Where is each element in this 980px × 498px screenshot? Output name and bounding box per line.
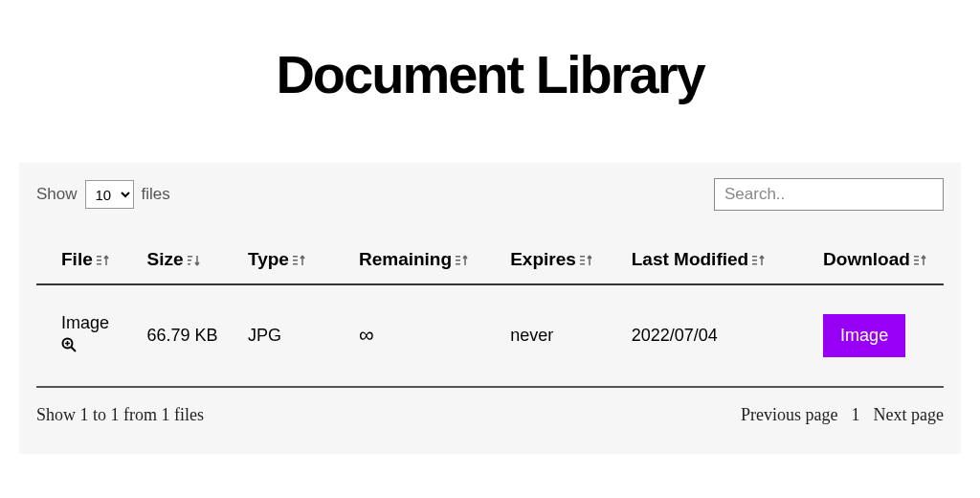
magnify-icon[interactable]: [61, 336, 77, 358]
svg-rect-13: [580, 260, 585, 261]
svg-rect-14: [580, 263, 585, 265]
sort-icon: [752, 254, 766, 267]
sort-icon: [456, 254, 469, 267]
col-download[interactable]: Download: [813, 236, 944, 284]
header-row: File Size Type Remaining Expires Last Mo…: [36, 236, 944, 284]
sort-icon: [97, 254, 110, 267]
col-type[interactable]: Type: [238, 236, 349, 284]
svg-rect-8: [293, 263, 298, 265]
svg-rect-3: [188, 256, 192, 258]
cell-type: JPG: [238, 284, 349, 387]
svg-rect-16: [752, 260, 757, 261]
svg-rect-11: [456, 263, 460, 265]
current-page: 1: [852, 405, 860, 425]
sort-icon: [293, 254, 306, 267]
cell-remaining: ∞: [349, 284, 501, 387]
svg-rect-5: [188, 263, 190, 265]
svg-rect-19: [914, 260, 919, 261]
cell-last-modified: 2022/07/04: [622, 284, 813, 387]
files-table: File Size Type Remaining Expires Last Mo…: [36, 236, 944, 388]
svg-rect-1: [97, 260, 101, 261]
svg-rect-10: [456, 260, 460, 261]
pager: Previous page 1 Next page: [741, 405, 944, 425]
cell-download: Image: [813, 284, 944, 387]
cell-expires: never: [501, 284, 622, 387]
sort-desc-icon: [188, 254, 201, 267]
library-panel: Show 10 files File Size Type Remaining E…: [19, 163, 961, 454]
svg-line-22: [72, 348, 77, 352]
controls-bar: Show 10 files: [36, 178, 944, 211]
col-size[interactable]: Size: [137, 236, 237, 284]
svg-rect-9: [456, 256, 460, 258]
footer-bar: Show 1 to 1 from 1 files Previous page 1…: [36, 405, 944, 425]
search-input[interactable]: [714, 178, 944, 211]
next-page-link[interactable]: Next page: [874, 405, 944, 425]
cell-size: 66.79 KB: [137, 284, 237, 387]
files-label: files: [142, 185, 170, 204]
svg-rect-17: [752, 263, 757, 265]
svg-rect-6: [293, 256, 298, 258]
col-expires[interactable]: Expires: [501, 236, 622, 284]
svg-rect-20: [914, 263, 919, 265]
col-file[interactable]: File: [36, 236, 137, 284]
col-remaining[interactable]: Remaining: [349, 236, 501, 284]
sort-icon: [914, 254, 927, 267]
sort-icon: [580, 254, 593, 267]
cell-file: Image: [36, 284, 137, 387]
svg-rect-7: [293, 260, 298, 261]
file-name[interactable]: Image: [61, 313, 109, 332]
entries-select[interactable]: 10: [85, 180, 134, 209]
prev-page-link[interactable]: Previous page: [741, 405, 837, 425]
table-row: Image 66.79 KB JPG ∞ never 2022/07/04 Im…: [36, 284, 944, 387]
page-title: Document Library: [0, 43, 980, 105]
svg-rect-0: [97, 256, 101, 258]
show-label: Show: [36, 185, 78, 204]
col-last-modified[interactable]: Last Modified: [622, 236, 813, 284]
svg-rect-18: [914, 256, 919, 258]
svg-rect-12: [580, 256, 585, 258]
download-button[interactable]: Image: [823, 314, 905, 357]
entries-summary: Show 1 to 1 from 1 files: [36, 405, 204, 425]
entries-control: Show 10 files: [36, 180, 170, 209]
svg-rect-2: [97, 263, 101, 265]
svg-rect-15: [752, 256, 757, 258]
svg-rect-4: [188, 260, 191, 261]
